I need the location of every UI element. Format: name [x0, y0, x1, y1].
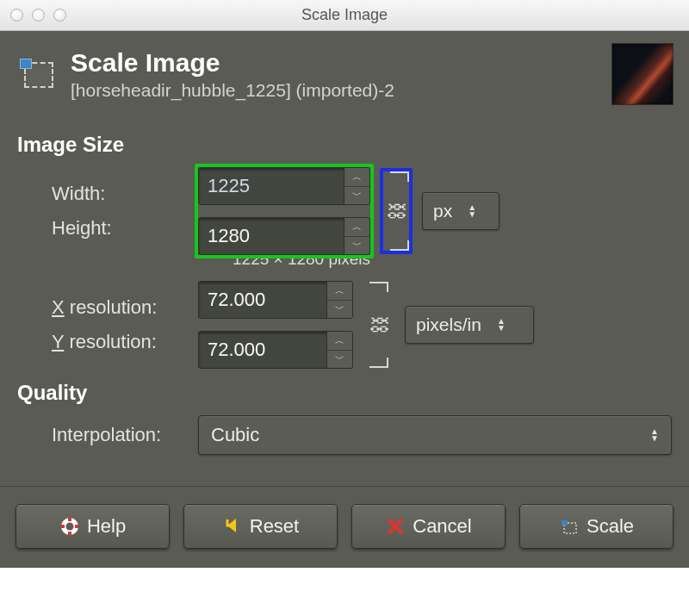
interpolation-value: Cubic [211, 424, 259, 446]
width-field[interactable] [199, 168, 344, 204]
dialog-header: Scale Image [horseheadir_hubble_1225] (i… [0, 31, 689, 114]
resolution-lock-toggle[interactable]: ⛓ [363, 282, 395, 368]
yres-field[interactable] [199, 332, 326, 368]
aspect-lock-toggle[interactable]: ⛓ [380, 168, 413, 254]
scale-icon [16, 55, 59, 93]
chevron-updown-icon: ▲▼ [650, 428, 659, 442]
xres-increment[interactable]: ︿ [327, 282, 352, 301]
image-thumbnail [611, 43, 673, 105]
lifebuoy-icon [59, 516, 80, 537]
reset-label: Reset [250, 515, 299, 538]
width-input[interactable]: ︿ ﹀ [198, 167, 370, 205]
chain-link-icon: ⛓ [385, 202, 407, 221]
chain-link-icon: ⛓ [368, 315, 390, 334]
quality-heading: Quality [17, 381, 672, 405]
dialog-subtitle: [horseheadir_hubble_1225] (imported)-2 [71, 80, 599, 101]
yres-increment[interactable]: ︿ [327, 332, 352, 351]
interpolation-label: Interpolation: [17, 424, 189, 446]
svg-point-1 [65, 523, 73, 531]
width-label: Width: [17, 183, 189, 205]
width-decrement[interactable]: ﹀ [344, 187, 369, 205]
window-close-button[interactable] [10, 9, 23, 22]
interpolation-select[interactable]: Cubic ▲▼ [198, 415, 672, 455]
size-unit-select[interactable]: px ▲▼ [422, 192, 500, 230]
image-size-heading: Image Size [17, 133, 672, 157]
reset-button[interactable]: Reset [183, 504, 338, 549]
chevron-updown-icon: ▲▼ [497, 318, 506, 332]
height-field[interactable] [199, 218, 344, 254]
window-minimize-button[interactable] [32, 9, 45, 22]
window-titlebar: Scale Image [0, 0, 689, 31]
scale-action-icon [559, 516, 580, 537]
scale-label: Scale [587, 515, 634, 538]
size-unit-value: px [433, 201, 452, 221]
height-input[interactable]: ︿ ﹀ [198, 217, 370, 255]
scale-button[interactable]: Scale [519, 504, 673, 549]
xres-field[interactable] [199, 282, 326, 318]
resolution-unit-value: pixels/in [416, 314, 481, 335]
yres-label: Y resolution: [17, 331, 189, 353]
cancel-button[interactable]: Cancel [351, 504, 506, 549]
window-zoom-button[interactable] [53, 9, 66, 22]
yres-input[interactable]: ︿ ﹀ [198, 331, 353, 369]
dialog-button-bar: Help Reset Cancel Scale [0, 486, 689, 568]
reset-icon [222, 516, 243, 537]
xres-label: X resolution: [17, 296, 189, 319]
yres-decrement[interactable]: ﹀ [327, 351, 352, 369]
height-label: Height: [17, 217, 189, 240]
help-button[interactable]: Help [16, 504, 170, 549]
height-decrement[interactable]: ﹀ [344, 237, 369, 255]
scale-image-dialog: Scale Image [horseheadir_hubble_1225] (i… [0, 31, 689, 568]
cancel-label: Cancel [413, 515, 471, 538]
svg-rect-3 [562, 520, 568, 526]
dialog-title: Scale Image [71, 48, 599, 78]
cancel-icon [385, 516, 406, 537]
chevron-updown-icon: ▲▼ [468, 204, 476, 218]
xres-decrement[interactable]: ﹀ [327, 301, 352, 319]
height-increment[interactable]: ︿ [344, 218, 369, 237]
width-increment[interactable]: ︿ [344, 168, 369, 187]
window-title: Scale Image [0, 6, 689, 24]
xres-input[interactable]: ︿ ﹀ [198, 281, 353, 319]
resolution-unit-select[interactable]: pixels/in ▲▼ [405, 306, 534, 344]
help-label: Help [87, 515, 126, 538]
